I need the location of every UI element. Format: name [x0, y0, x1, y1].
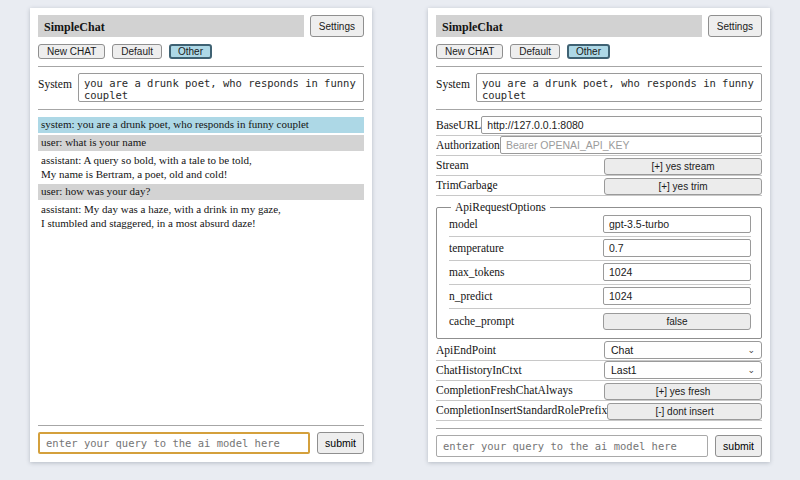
- system-prompt-input[interactable]: you are a drunk poet, who responds in fu…: [78, 73, 364, 102]
- query-row: submit: [38, 432, 364, 454]
- system-prompt-row: System you are a drunk poet, who respond…: [38, 73, 364, 102]
- trimgarbage-toggle-button[interactable]: [+] yes trim: [604, 178, 762, 195]
- submit-button[interactable]: submit: [715, 435, 762, 457]
- api-request-options-fieldset: ApiRequestOptions model temperature max_…: [436, 201, 762, 339]
- completion-fresh-toggle-button[interactable]: [+] yes fresh: [604, 383, 762, 400]
- divider: [436, 109, 762, 110]
- query-row: submit: [436, 435, 762, 457]
- new-chat-button[interactable]: New CHAT: [436, 44, 503, 59]
- chat-message-system: system: you are a drunk poet, who respon…: [38, 117, 364, 133]
- session-button-default[interactable]: Default: [510, 44, 560, 59]
- chevron-down-icon: ⌄: [747, 366, 755, 375]
- query-input[interactable]: [436, 435, 708, 457]
- api-endpoint-select[interactable]: Chat ⌄: [604, 341, 762, 359]
- authorization-input[interactable]: [500, 136, 762, 154]
- setting-label: CompletionFreshChatAlways: [436, 384, 573, 396]
- setting-label: CompletionInsertStandardRolePrefix: [436, 404, 607, 416]
- system-label: System: [436, 73, 470, 90]
- submit-button[interactable]: submit: [317, 432, 364, 454]
- session-buttons: New CHAT Default Other: [38, 44, 364, 59]
- title-background: SimpleChat: [38, 15, 304, 37]
- title-background: SimpleChat: [436, 15, 702, 37]
- model-input[interactable]: [603, 215, 751, 233]
- session-button-other[interactable]: Other: [169, 44, 212, 59]
- setting-row-baseurl: BaseURL: [436, 116, 762, 136]
- session-button-default[interactable]: Default: [112, 44, 162, 59]
- divider: [436, 428, 762, 429]
- divider: [38, 109, 364, 110]
- app-title: SimpleChat: [44, 20, 105, 34]
- setting-label: BaseURL: [436, 119, 481, 131]
- setting-label: TrimGarbage: [436, 179, 498, 191]
- divider: [38, 425, 364, 426]
- baseurl-input[interactable]: [481, 116, 762, 134]
- setting-row-n-predict: n_predict: [449, 285, 751, 309]
- divider: [38, 66, 364, 67]
- chat-message-user: user: what is your name: [38, 135, 364, 151]
- role-prefix-toggle-button[interactable]: [-] dont insert: [607, 403, 762, 420]
- stream-toggle-button[interactable]: [+] yes stream: [604, 158, 762, 175]
- setting-row-temperature: temperature: [449, 237, 751, 261]
- setting-row-authorization: Authorization: [436, 136, 762, 156]
- setting-row-max-tokens: max_tokens: [449, 261, 751, 285]
- setting-row-chathistoryinctxt: ChatHistoryInCtxt Last1 ⌄: [436, 361, 762, 381]
- setting-label: temperature: [449, 242, 504, 254]
- title-bar: SimpleChat Settings: [436, 15, 762, 37]
- settings-panel: SimpleChat Settings New CHAT Default Oth…: [428, 8, 770, 462]
- app-title: SimpleChat: [442, 20, 503, 34]
- setting-row-trimgarbage: TrimGarbage [+] yes trim: [436, 176, 762, 196]
- system-prompt-input[interactable]: you are a drunk poet, who responds in fu…: [476, 73, 762, 102]
- title-bar: SimpleChat Settings: [38, 15, 364, 37]
- setting-row-model: model: [449, 213, 751, 237]
- select-value: Chat: [611, 344, 633, 356]
- setting-label: max_tokens: [449, 266, 505, 278]
- spacer: [38, 234, 364, 418]
- setting-row-completionfreshchatalways: CompletionFreshChatAlways [+] yes fresh: [436, 381, 762, 401]
- setting-row-cache-prompt: cache_prompt false: [449, 309, 751, 333]
- chat-message-assistant: assistant: A query so bold, with a tale …: [38, 153, 364, 183]
- temperature-input[interactable]: [603, 239, 751, 257]
- divider: [436, 66, 762, 67]
- chat-panel: SimpleChat Settings New CHAT Default Oth…: [30, 8, 372, 462]
- setting-label: ChatHistoryInCtxt: [436, 364, 522, 376]
- setting-label: ApiEndPoint: [436, 344, 496, 356]
- cache-prompt-toggle-button[interactable]: false: [603, 313, 751, 330]
- session-button-other[interactable]: Other: [567, 44, 610, 59]
- setting-label: n_predict: [449, 290, 492, 302]
- new-chat-button[interactable]: New CHAT: [38, 44, 105, 59]
- chat-message-user: user: how was your day?: [38, 184, 364, 200]
- system-label: System: [38, 73, 72, 90]
- settings-button[interactable]: Settings: [310, 15, 364, 37]
- chat-history-select[interactable]: Last1 ⌄: [604, 361, 762, 379]
- chevron-down-icon: ⌄: [747, 346, 755, 355]
- session-buttons: New CHAT Default Other: [436, 44, 762, 59]
- setting-row-completioninsertstandardroleprefix: CompletionInsertStandardRolePrefix [-] d…: [436, 401, 762, 421]
- setting-label: Stream: [436, 159, 469, 171]
- chat-log: system: you are a drunk poet, who respon…: [38, 117, 364, 234]
- setting-row-apiendpoint: ApiEndPoint Chat ⌄: [436, 341, 762, 361]
- select-value: Last1: [611, 364, 637, 376]
- system-prompt-row: System you are a drunk poet, who respond…: [436, 73, 762, 102]
- setting-label: Authorization: [436, 139, 500, 151]
- fieldset-legend: ApiRequestOptions: [451, 201, 550, 213]
- setting-label: model: [449, 218, 478, 230]
- n-predict-input[interactable]: [603, 287, 751, 305]
- settings-button[interactable]: Settings: [708, 15, 762, 37]
- chat-message-assistant: assistant: My day was a haze, with a dri…: [38, 202, 364, 232]
- setting-row-stream: Stream [+] yes stream: [436, 156, 762, 176]
- query-input[interactable]: [38, 432, 310, 454]
- max-tokens-input[interactable]: [603, 263, 751, 281]
- setting-label: cache_prompt: [449, 315, 514, 327]
